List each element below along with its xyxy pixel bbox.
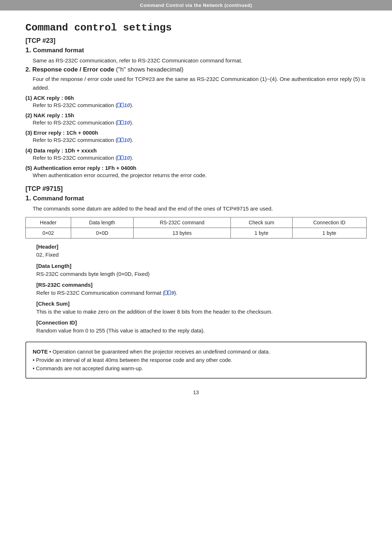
tcp23-section1-heading: 1. Command format — [25, 46, 367, 54]
tcp23-s2-num: 2. — [25, 66, 30, 73]
table-row: 0×02 0×0D 13 bytes 1 byte 1 byte — [26, 228, 367, 238]
book-icon-3 — [117, 137, 124, 143]
tcp23-item1-body: Refer to RS-232C communication (10). — [33, 101, 367, 109]
book-icon-4 — [117, 155, 124, 161]
block-header-title: [Header] — [36, 244, 367, 250]
svg-rect-10 — [121, 156, 123, 160]
tcp23-item2-body: Refer to RS-232C communication (10). — [33, 118, 367, 127]
svg-rect-9 — [118, 156, 120, 160]
cell-connid: 1 byte — [292, 228, 366, 238]
tcp23-section2-heading: 2. Response code / Error code ("h" shows… — [25, 66, 367, 73]
tcp23-section: [TCP #23] 1. Command format Same as RS-2… — [25, 37, 367, 179]
tcp23-item5-body: When authentication error occurred, the … — [33, 171, 367, 179]
block-connid-title: [Connection ID] — [36, 319, 367, 326]
cell-checksum: 1 byte — [231, 228, 293, 238]
header-text: Command Control via the Network (continu… — [140, 3, 252, 8]
note-box: NOTE • Operation cannot be guaranteed wh… — [25, 342, 367, 379]
tcp23-item4-label: (4) Data reply : 1Dh + xxxxh — [25, 147, 367, 154]
table-header-row: Header Data length RS-232C command Check… — [26, 217, 367, 228]
tcp9715-blocks: [Header] 02, Fixed [Data Length] RS-232C… — [36, 244, 367, 335]
tcp23-item3-body: Refer to RS-232C communication (10). — [33, 136, 367, 144]
block-checksum-body: This is the value to make zero on the ad… — [36, 307, 367, 316]
tcp23-s1-num: 1. — [25, 46, 31, 54]
tcp9715-label: [TCP #9715] — [25, 185, 367, 193]
tcp9715-s1-title: Command format — [33, 195, 84, 202]
col-header-header: Header — [26, 217, 71, 228]
cell-header: 0×02 — [26, 228, 71, 238]
svg-rect-13 — [168, 291, 171, 295]
tcp9715-section: [TCP #9715] 1. Command format The comman… — [25, 185, 367, 335]
cell-rs232c: 13 bytes — [134, 228, 231, 238]
page-number: 13 — [25, 389, 367, 395]
tcp23-s1-title: Command format — [33, 47, 84, 54]
tcp23-s2-title: Response code / Error code — [32, 66, 114, 73]
block-connid-body: Random value from 0 to 255 (This value i… — [36, 326, 367, 335]
svg-rect-0 — [118, 103, 120, 107]
tcp9715-s1-body: The commands some datum are added to the… — [33, 204, 367, 213]
book-icon-1 — [117, 102, 124, 108]
tcp23-item3-label: (3) Error reply : 1Ch + 0000h — [25, 130, 367, 136]
content: Command control settings [TCP #23] 1. Co… — [0, 11, 392, 410]
block-header: [Header] 02, Fixed — [36, 244, 367, 259]
note-item-2: • Commands are not accepted during warm-… — [33, 366, 143, 371]
col-header-checksum: Check sum — [231, 217, 293, 228]
svg-rect-4 — [121, 121, 123, 125]
tcp9715-s1-num: 1. — [25, 194, 31, 202]
note-label: NOTE — [33, 348, 48, 355]
page-title: Command control settings — [25, 22, 367, 33]
col-header-rs232c: RS-232C command — [134, 217, 231, 228]
col-header-connid: Connection ID — [292, 217, 366, 228]
book-icon-5 — [164, 290, 171, 296]
block-rs232c-title: [RS-232C commands] — [36, 282, 367, 288]
svg-rect-1 — [121, 103, 123, 107]
block-header-body: 02, Fixed — [36, 250, 367, 259]
tcp23-s1-body: Same as RS-232C communication, refer to … — [33, 56, 367, 65]
block-checksum-title: [Check Sum] — [36, 301, 367, 307]
tcp23-s2-intro: Four of the response / error code used f… — [33, 75, 367, 92]
tcp23-item-5: (5) Authentication error reply : 1Fh + 0… — [25, 165, 367, 179]
page-wrapper: Command Control via the Network (continu… — [0, 0, 392, 555]
note-item-1: • Provide an interval of at least 40ms b… — [33, 357, 232, 363]
tcp23-item5-label: (5) Authentication error reply : 1Fh + 0… — [25, 165, 367, 171]
block-rs232c: [RS-232C commands] Refer to RS-232C Comm… — [36, 282, 367, 297]
block-connid: [Connection ID] Random value from 0 to 2… — [36, 319, 367, 335]
svg-rect-3 — [118, 121, 120, 125]
tcp23-item-3: (3) Error reply : 1Ch + 0000h Refer to R… — [25, 130, 367, 144]
tcp23-item-2: (2) NAK reply : 15h Refer to RS-232C com… — [25, 112, 367, 127]
header-bar: Command Control via the Network (continu… — [0, 0, 392, 11]
block-datalength: [Data Length] RS-232C commands byte leng… — [36, 263, 367, 278]
block-rs232c-body: Refer to RS-232C Communication command f… — [36, 289, 367, 297]
block-datalength-title: [Data Length] — [36, 263, 367, 269]
col-header-datalength: Data length — [71, 217, 133, 228]
tcp23-s2-suffix: ("h" shows hexadecimal) — [114, 66, 184, 73]
tcp23-label: [TCP #23] — [25, 37, 367, 45]
block-datalength-body: RS-232C commands byte length (0×0D, Fixe… — [36, 270, 367, 278]
svg-rect-6 — [118, 138, 120, 142]
book-icon-2 — [117, 119, 124, 126]
tcp23-item-4: (4) Data reply : 1Dh + xxxxh Refer to RS… — [25, 147, 367, 162]
tcp23-items: (1) ACK reply : 06h Refer to RS-232C com… — [25, 95, 367, 179]
tcp9715-section1-heading: 1. Command format — [25, 194, 367, 202]
tcp23-item1-label: (1) ACK reply : 06h — [25, 95, 367, 101]
cell-datalength: 0×0D — [71, 228, 133, 238]
svg-rect-12 — [165, 291, 167, 295]
block-checksum: [Check Sum] This is the value to make ze… — [36, 301, 367, 316]
command-table: Header Data length RS-232C command Check… — [25, 217, 367, 238]
tcp23-item2-label: (2) NAK reply : 15h — [25, 112, 367, 118]
tcp23-item4-body: Refer to RS-232C communication (10). — [33, 154, 367, 162]
tcp23-item-1: (1) ACK reply : 06h Refer to RS-232C com… — [25, 95, 367, 109]
svg-rect-7 — [121, 138, 123, 142]
